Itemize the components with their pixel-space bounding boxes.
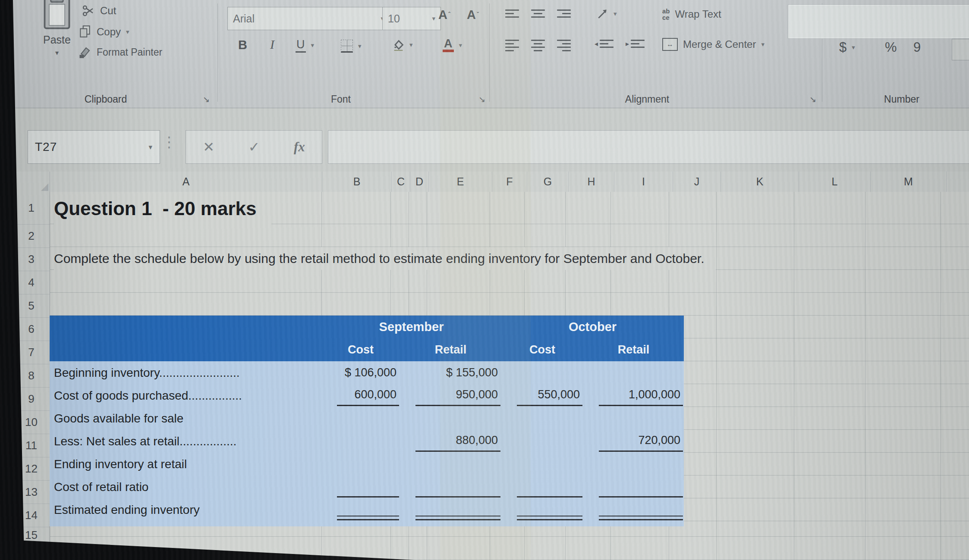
column-header-D[interactable]: D	[410, 172, 429, 192]
cell-september-retail[interactable]: 950,000	[404, 384, 506, 407]
row-label[interactable]: Beginning inventory.....................…	[50, 366, 326, 380]
align-right-button[interactable]	[557, 40, 571, 51]
cell-october-retail[interactable]	[588, 453, 688, 476]
cell-october-retail[interactable]	[588, 498, 688, 521]
cell-october-retail[interactable]: 1,000,000	[588, 384, 688, 407]
cell-october-cost[interactable]	[506, 407, 588, 430]
column-header-G[interactable]: G	[527, 172, 569, 192]
select-all-corner[interactable]: ◢	[13, 172, 50, 192]
comma-style-button[interactable]: 9	[913, 40, 921, 55]
october-retail-header[interactable]: Retail	[583, 343, 684, 357]
cell-october-cost[interactable]: 550,000	[506, 384, 588, 407]
column-header-F[interactable]: F	[492, 172, 527, 192]
cell-september-cost[interactable]	[326, 498, 404, 521]
number-format-combobox[interactable]: ▾	[788, 4, 969, 39]
cell-september-cost[interactable]	[326, 407, 404, 430]
cell-october-retail[interactable]	[588, 476, 688, 498]
cell-september-retail[interactable]	[404, 498, 506, 521]
september-retail-header[interactable]: Retail	[400, 343, 501, 357]
column-header-N[interactable]: N	[947, 172, 969, 192]
cell-september-cost[interactable]	[326, 430, 404, 453]
font-dialog-launcher[interactable]: ↘	[478, 94, 485, 104]
cut-button[interactable]: Cut	[82, 4, 116, 17]
name-box[interactable]: T27 ▾	[28, 130, 160, 164]
enter-button[interactable]: ✓	[249, 139, 260, 155]
question-title[interactable]: Question 1 - 20 marks	[54, 192, 271, 224]
copy-button[interactable]: Copy ▾	[79, 25, 129, 39]
cancel-button[interactable]: ✕	[203, 139, 214, 155]
percent-style-button[interactable]: %	[885, 40, 897, 55]
row-label[interactable]: Estimated ending inventory	[50, 503, 326, 517]
accounting-format-button[interactable]: $ ▾	[839, 40, 855, 55]
align-center-button[interactable]	[531, 40, 545, 51]
september-cost-header[interactable]: Cost	[321, 343, 400, 357]
cell-september-retail[interactable]	[404, 407, 506, 430]
row-header-1[interactable]: 1	[13, 192, 50, 225]
october-cost-header[interactable]: Cost	[501, 343, 583, 357]
align-bottom-button[interactable]	[557, 9, 571, 18]
increase-decimal-button[interactable]	[952, 39, 969, 60]
align-middle-button[interactable]	[531, 9, 545, 18]
row-label[interactable]: Cost of goods purchased................	[50, 389, 326, 403]
wrap-text-button[interactable]: abce Wrap Text	[662, 8, 721, 21]
column-header-L[interactable]: L	[799, 172, 871, 192]
row-label[interactable]: Cost of retail ratio	[50, 480, 326, 494]
row-header-3[interactable]: 3	[13, 248, 50, 271]
orientation-button[interactable]: ▾	[596, 8, 617, 20]
cell-october-retail[interactable]	[588, 407, 688, 430]
increase-indent-button[interactable]: ▸	[626, 40, 645, 48]
cell-october-cost[interactable]	[506, 476, 588, 498]
october-header[interactable]: October	[501, 320, 684, 334]
cell-september-cost[interactable]	[326, 476, 404, 498]
cell-september-cost[interactable]: 600,000	[326, 384, 404, 407]
row-label[interactable]: Ending inventory at retail	[50, 457, 326, 471]
formula-input[interactable]	[328, 130, 969, 164]
align-top-button[interactable]	[505, 9, 519, 18]
alignment-dialog-launcher[interactable]: ↘	[809, 94, 816, 104]
decrease-indent-button[interactable]: ◂	[595, 40, 613, 48]
clipboard-dialog-launcher[interactable]: ↘	[203, 94, 210, 104]
cell-september-retail[interactable]: $ 155,000	[404, 361, 506, 384]
cell-october-cost[interactable]	[506, 430, 588, 453]
increase-font-size-button[interactable]: Aˆ	[438, 8, 450, 22]
format-painter-button[interactable]: Format Painter	[79, 46, 162, 59]
decrease-font-size-button[interactable]: Aˇ	[467, 8, 479, 22]
row-header-2[interactable]: 2	[13, 225, 50, 248]
column-header-K[interactable]: K	[721, 172, 799, 192]
more-options-icon[interactable]: ⋮	[162, 133, 176, 150]
borders-button[interactable]: ▾	[341, 40, 362, 53]
column-header-A[interactable]: A	[50, 172, 322, 192]
cell-september-retail[interactable]	[404, 476, 506, 498]
september-header[interactable]: September	[321, 320, 501, 334]
column-header-C[interactable]: C	[392, 172, 410, 192]
align-left-button[interactable]	[505, 40, 519, 51]
sheet-area[interactable]: 12345678910111213141516 Question 1 - 20 …	[13, 192, 969, 560]
merge-center-button[interactable]: ↔ Merge & Center ▾	[662, 38, 765, 51]
paste-button[interactable]: Paste ▾	[30, 0, 84, 57]
instruction-text[interactable]: Complete the schedule below by using the…	[54, 247, 716, 270]
column-header-B[interactable]: B	[322, 172, 392, 192]
font-size-combobox[interactable]: 10 ▾	[382, 7, 441, 30]
cell-october-retail[interactable]: 720,000	[588, 430, 688, 453]
column-header-I[interactable]: I	[614, 172, 673, 192]
column-header-M[interactable]: M	[871, 172, 947, 192]
fill-color-button[interactable]: ▾	[392, 39, 413, 51]
underline-button[interactable]: U ▾	[296, 38, 314, 53]
cell-september-cost[interactable]: $ 106,000	[326, 361, 404, 384]
insert-function-button[interactable]: fx	[294, 139, 305, 155]
column-header-J[interactable]: J	[673, 172, 721, 192]
column-header-H[interactable]: H	[569, 172, 614, 192]
row-label[interactable]: Goods available for sale	[50, 412, 326, 425]
cell-october-cost[interactable]	[506, 498, 588, 521]
column-header-E[interactable]: E	[429, 172, 492, 192]
cell-october-cost[interactable]	[506, 361, 588, 384]
font-name-combobox[interactable]: Arial ▾	[227, 7, 390, 30]
italic-button[interactable]: I	[270, 37, 274, 52]
cell-september-retail[interactable]	[404, 453, 506, 476]
cell-september-retail[interactable]: 880,000	[404, 430, 506, 453]
bold-button[interactable]: B	[238, 38, 247, 52]
font-color-button[interactable]: A ▾	[443, 38, 462, 52]
row-label[interactable]: Less: Net sales at retail...............…	[50, 435, 326, 448]
cell-september-cost[interactable]	[326, 453, 404, 476]
cell-october-cost[interactable]	[506, 453, 588, 476]
